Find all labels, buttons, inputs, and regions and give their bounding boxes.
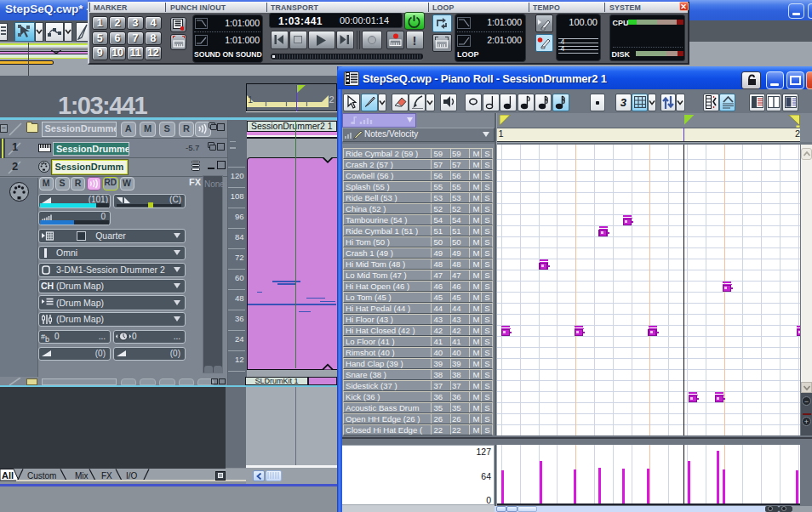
svg-text:All: All	[2, 470, 14, 481]
svg-text:Mix: Mix	[75, 471, 89, 481]
svg-text:FX: FX	[101, 471, 112, 481]
svg-text:Custom: Custom	[27, 471, 56, 481]
svg-text:CH: CH	[41, 281, 54, 291]
svg-text:b: b	[45, 335, 49, 342]
svg-text:I/O: I/O	[126, 471, 138, 481]
